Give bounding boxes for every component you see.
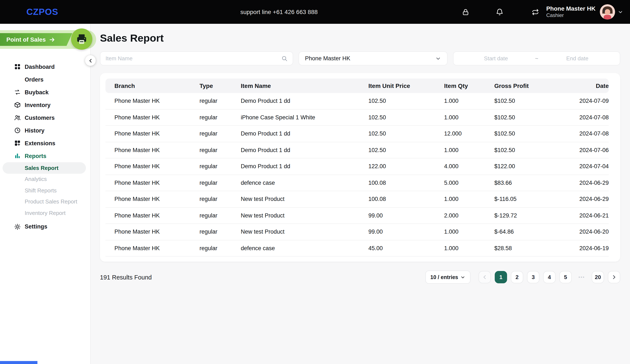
cell-date: 2024-07-04 [566,163,609,170]
cell-branch: Phone Master HK [114,98,200,104]
history-icon [14,127,21,134]
page-button-4[interactable]: 4 [543,271,556,283]
column-header-item-name: Item Name [241,82,368,89]
table-row: Phone Master HK regular iPhone Case Spec… [106,109,609,126]
cell-date: 2024-07-08 [566,114,609,121]
cell-unit-price: 100.08 [368,180,444,186]
sales-report-table-card: Branch Type Item Name Item Unit Price It… [100,73,620,262]
table-row: Phone Master HK regular New test Product… [106,207,609,224]
sidebar-item-label: Settings [25,223,48,230]
sidebar-item-extensions[interactable]: Extensions [0,137,90,150]
cell-unit-price: 99.00 [368,212,444,219]
sidebar-item-inventory[interactable]: Inventory [0,99,90,111]
cell-gross-profit: $122.00 [494,163,566,170]
sidebar-subitem-label: Inventory Report [25,210,66,216]
pagination-ellipsis: ••• [576,271,588,283]
page-title: Sales Report [100,32,620,44]
column-header-item-qty: Item Qty [444,82,494,89]
sidebar-item-history[interactable]: History [0,124,90,137]
table-row: Phone Master HK regular defence case 100… [106,175,609,191]
table-row: Phone Master HK regular New test Product… [106,224,609,240]
cell-gross-profit: $-129.72 [494,212,566,219]
end-date-input[interactable] [538,55,616,62]
next-page-button[interactable] [608,271,620,283]
page-button-2[interactable]: 2 [511,271,523,283]
page-button-1[interactable]: 1 [495,271,507,283]
sidebar: Point of Sales Dashboard Orders Buyback … [0,24,90,364]
notifications-button[interactable] [494,7,504,17]
cell-unit-price: 45.00 [368,245,444,251]
table-row: Phone Master HK regular Demo Product 1 d… [106,126,609,142]
cell-date: 2024-07-08 [566,131,609,137]
sidebar-subitem-sales-report[interactable]: Sales Report [2,162,86,174]
horizontal-scrollbar-thumb[interactable] [0,361,38,364]
customers-icon [14,114,21,121]
table-row: Phone Master HK regular Demo Product 1 d… [106,159,609,175]
cell-unit-price: 122.00 [368,163,444,170]
sidebar-subitem-analytics[interactable]: Analytics [0,174,90,185]
previous-page-button[interactable] [478,271,491,283]
sidebar-item-label: Buyback [25,89,49,95]
user-menu[interactable]: Phone Master HK Cashier [546,4,623,19]
cell-date: 2024-06-19 [566,245,609,251]
sidebar-item-customers[interactable]: Customers [0,111,90,124]
cell-type: regular [200,147,241,153]
lock-button[interactable] [460,7,470,17]
inventory-icon [14,102,21,108]
topbar-actions: Phone Master HK Cashier [460,0,623,24]
page-button-3[interactable]: 3 [527,271,540,283]
table-footer: 191 Results Found 10 / entries 1 2 3 4 5… [100,271,620,284]
column-header-date: Date [566,82,609,89]
sidebar-menu: Dashboard Orders Buyback Inventory Custo… [0,57,90,233]
cell-branch: Phone Master HK [114,245,200,251]
cell-item-name: New test Product [241,229,368,235]
sidebar-subitem-product-sales-report[interactable]: Product Sales Report [0,196,90,207]
cell-qty: 5.000 [444,180,494,186]
arrow-right-icon [49,36,55,43]
table-row: Phone Master HK regular New test Product… [106,191,609,207]
sidebar-subitem-label: Shift Reports [25,187,56,194]
cell-qty: 1.000 [444,196,494,202]
sidebar-collapse-button[interactable] [85,55,96,66]
sidebar-subitem-label: Sales Report [25,165,58,171]
pos-ribbon-label: Point of Sales [6,36,46,43]
cell-branch: Phone Master HK [114,147,200,153]
page-button-20[interactable]: 20 [592,271,604,283]
cell-qty: 1.000 [444,245,494,251]
column-header-item-unit-price: Item Unit Price [368,82,444,89]
sync-icon [531,8,539,16]
cell-item-name: Demo Product 1 dd [241,131,368,137]
sync-button[interactable] [530,7,540,17]
sidebar-item-reports[interactable]: Reports [0,150,90,162]
cell-date: 2024-06-29 [566,196,609,202]
user-name: Phone Master HK [546,5,596,12]
page-button-5[interactable]: 5 [560,271,572,283]
sidebar-item-dashboard[interactable]: Dashboard [0,60,90,73]
branch-select[interactable]: Phone Master HK [298,51,448,65]
cell-qty: 4.000 [444,163,494,170]
branch-select-value: Phone Master HK [305,55,350,62]
app-logo[interactable]: CZPOS [26,7,58,17]
sidebar-item-settings[interactable]: Settings [0,220,90,233]
cell-branch: Phone Master HK [114,114,200,121]
sidebar-item-buyback[interactable]: Buyback [0,86,90,99]
item-name-search [100,51,293,65]
cell-unit-price: 100.08 [368,196,444,202]
sidebar-item-orders[interactable]: Orders [0,73,90,86]
cell-branch: Phone Master HK [114,229,200,235]
cell-date: 2024-06-29 [566,180,609,186]
start-date-input[interactable] [457,55,535,62]
cell-branch: Phone Master HK [114,196,200,202]
sidebar-item-label: Inventory [25,102,50,108]
cell-type: regular [200,114,241,121]
sidebar-subitem-shift-reports[interactable]: Shift Reports [0,185,90,196]
sidebar-item-label: Reports [25,153,46,159]
entries-per-page-select[interactable]: 10 / entries [425,271,470,284]
results-count: 191 Results Found [100,274,152,281]
sidebar-subitem-inventory-report[interactable]: Inventory Report [0,207,90,218]
search-input[interactable] [106,55,281,62]
point-of-sales-button[interactable]: Point of Sales [0,33,72,46]
sidebar-item-label: History [25,127,44,134]
cell-unit-price: 102.50 [368,114,444,121]
cell-branch: Phone Master HK [114,163,200,170]
